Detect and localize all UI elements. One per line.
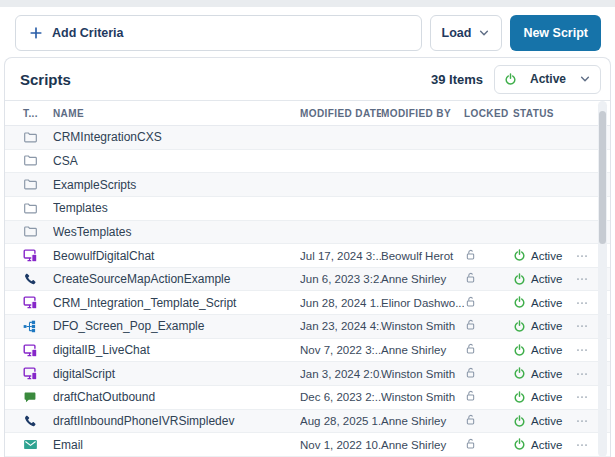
folder-icon	[23, 177, 38, 192]
table-row[interactable]: ExampleScripts	[5, 173, 610, 197]
chevron-down-icon	[579, 73, 591, 85]
power-icon	[504, 73, 517, 86]
row-menu-button[interactable]	[571, 390, 593, 404]
folder-icon	[23, 224, 38, 239]
status-label: Active	[531, 344, 562, 356]
status-cell: Active	[513, 344, 571, 357]
status-cell: Active	[513, 296, 571, 309]
status-cell: Active	[513, 438, 571, 451]
table-row[interactable]: CRMIntegrationCXS	[5, 126, 610, 150]
more-icon	[575, 438, 589, 452]
column-header-modified-by[interactable]: MODIFIED BY	[381, 108, 464, 119]
locked-cell	[464, 366, 513, 382]
power-icon	[513, 273, 526, 286]
table-header: T... NAME MODIFIED DATE MODIFIED BY LOCK…	[5, 101, 610, 126]
lock-icon	[464, 413, 477, 426]
modified-by: Elinor Dashwo...	[381, 297, 464, 309]
load-button[interactable]: Load	[430, 15, 503, 51]
vertical-scrollbar[interactable]	[598, 101, 607, 457]
modified-by: Winston Smith	[381, 368, 464, 380]
chevron-down-icon	[478, 27, 490, 39]
more-icon	[575, 249, 589, 263]
toolbar: Add Criteria Load New Script	[15, 15, 601, 51]
script-name: draftChatOutbound	[53, 390, 300, 404]
column-header-locked[interactable]: LOCKED	[464, 108, 513, 119]
row-menu-button[interactable]	[571, 367, 593, 381]
status-label: Active	[531, 368, 562, 380]
lock-icon	[464, 295, 477, 308]
status-label: Active	[531, 415, 562, 427]
lock-icon	[464, 437, 477, 450]
scripts-panel: Scripts 39 Items Active T... NAME MODIFI…	[4, 57, 611, 457]
folder-icon	[23, 153, 38, 168]
table-row[interactable]: digitalScript Jan 3, 2024 2:0... Winston…	[5, 362, 610, 386]
new-script-button[interactable]: New Script	[510, 15, 601, 51]
script-name: Templates	[53, 201, 300, 215]
table-row[interactable]: BeowulfDigitalChat Jul 17, 2024 3:... Be…	[5, 244, 610, 268]
folder-icon	[23, 201, 38, 216]
modified-date: Aug 28, 2025 1...	[300, 415, 381, 427]
table-row[interactable]: CRM_Integration_Template_Script Jun 28, …	[5, 291, 610, 315]
table-row[interactable]: DFO_Screen_Pop_Example Jan 23, 2024 4:..…	[5, 315, 610, 339]
script-name: CRMIntegrationCXS	[53, 130, 300, 144]
script-name: digitalIB_LiveChat	[53, 343, 300, 357]
modified-by: Winston Smith	[381, 391, 464, 403]
row-menu-button[interactable]	[571, 414, 593, 428]
lock-icon	[464, 271, 477, 284]
more-icon	[575, 367, 589, 381]
modified-date: Nov 1, 2022 10...	[300, 439, 381, 451]
locked-cell	[464, 271, 513, 287]
script-name: BeowulfDigitalChat	[53, 249, 300, 263]
plus-icon	[29, 26, 43, 40]
power-icon	[513, 320, 526, 333]
power-icon	[513, 415, 526, 428]
power-icon	[513, 391, 526, 404]
column-header-status[interactable]: STATUS	[513, 108, 571, 119]
modified-by: Winston Smith	[381, 320, 464, 332]
table-row[interactable]: CSA	[5, 150, 610, 174]
locked-cell	[464, 295, 513, 311]
column-header-type[interactable]: T...	[15, 108, 53, 119]
row-menu-button[interactable]	[571, 438, 593, 452]
table-row[interactable]: draftChatOutbound Dec 6, 2023 2:... Wins…	[5, 386, 610, 410]
script-list: CRMIntegrationCXS CSA ExampleScripts Tem…	[5, 126, 610, 457]
row-menu-button[interactable]	[571, 319, 593, 333]
table-row[interactable]: digitalIB_LiveChat Nov 7, 2022 3:... Ann…	[5, 339, 610, 363]
script-name: ExampleScripts	[53, 178, 300, 192]
table-row[interactable]: Email Nov 1, 2022 10... Anne Shirley Act…	[5, 433, 610, 457]
items-count: 39 Items	[431, 72, 483, 87]
table-row[interactable]: draftIInboundPhoneIVRSimpledev Aug 28, 2…	[5, 410, 610, 434]
row-menu-button[interactable]	[571, 272, 593, 286]
script-name: CRM_Integration_Template_Script	[53, 296, 300, 310]
add-criteria-label: Add Criteria	[52, 26, 124, 40]
more-icon	[575, 414, 589, 428]
row-menu-button[interactable]	[571, 296, 593, 310]
row-menu-button[interactable]	[571, 343, 593, 357]
status-cell: Active	[513, 273, 571, 286]
column-header-modified-date[interactable]: MODIFIED DATE	[300, 108, 381, 119]
modified-date: Jul 17, 2024 3:...	[300, 250, 381, 262]
more-icon	[575, 390, 589, 404]
status-filter-value: Active	[530, 72, 566, 86]
column-header-name[interactable]: NAME	[53, 108, 300, 119]
table-row[interactable]: CreateSourceMapActionExample Jun 6, 2023…	[5, 268, 610, 292]
locked-cell	[464, 389, 513, 405]
table-row[interactable]: Templates	[5, 197, 610, 221]
locked-cell	[464, 413, 513, 429]
add-criteria-button[interactable]: Add Criteria	[15, 15, 422, 51]
page-title: Scripts	[20, 71, 71, 88]
folder-icon	[23, 130, 38, 145]
more-icon	[575, 343, 589, 357]
table-row[interactable]: WesTemplates	[5, 221, 610, 245]
status-cell: Active	[513, 391, 571, 404]
status-cell: Active	[513, 320, 571, 333]
scrollbar-thumb[interactable]	[599, 111, 606, 244]
locked-cell	[464, 342, 513, 358]
digital-script-icon	[23, 248, 38, 263]
script-name: WesTemplates	[53, 225, 300, 239]
script-name: draftIInboundPhoneIVRSimpledev	[53, 414, 300, 428]
status-cell: Active	[513, 415, 571, 428]
row-menu-button[interactable]	[571, 249, 593, 263]
more-icon	[575, 296, 589, 310]
status-filter-dropdown[interactable]: Active	[494, 65, 601, 94]
